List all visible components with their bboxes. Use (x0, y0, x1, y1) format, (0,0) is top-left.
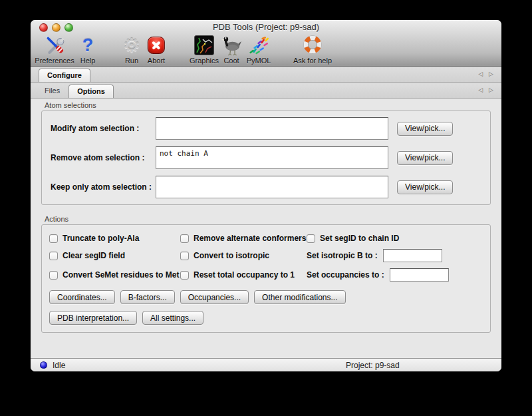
toolbar-button-pymol[interactable]: PyMOL (247, 34, 271, 65)
set-segid-to-chain-id-option: Set segID to chain ID (307, 234, 490, 243)
toolbar-button-graphics[interactable]: Graphics (190, 34, 219, 65)
configure-tab-strip: Configure ◁ ▷ (31, 67, 501, 83)
set-occupancies-input[interactable] (390, 268, 449, 282)
set-occupancies-label: Set occupancies to : (307, 270, 384, 280)
tab-scroll-arrows: ◁ ▷ (478, 83, 493, 98)
actions-group: Truncate to poly-Ala Remove alternate co… (41, 224, 491, 333)
set-occupancies-field-row: Set occupancies to : (307, 268, 490, 282)
toolbar-label: Run (123, 57, 140, 65)
tab-options[interactable]: Options (68, 85, 114, 98)
all-settings-button[interactable]: All settings... (142, 311, 203, 325)
truncate-poly-ala-checkbox[interactable] (49, 234, 58, 243)
actions-caption: Actions (45, 215, 491, 223)
tab-scroll-right-icon[interactable]: ▷ (489, 87, 493, 93)
view-pick-button[interactable]: View/pick... (397, 122, 453, 136)
reset-total-occupancy-checkbox[interactable] (180, 271, 189, 280)
tab-scroll-right-icon[interactable]: ▷ (489, 71, 493, 77)
pdb-interpretation-button[interactable]: PDB interpretation... (49, 311, 137, 325)
status-bar: Idle Project: p9-sad (31, 358, 501, 371)
tab-scroll-arrows: ◁ ▷ (478, 67, 493, 82)
remove-atom-selection-input[interactable]: not chain A (156, 146, 388, 169)
keep-only-atom-selection-label: Keep only atom selection : (51, 182, 156, 192)
atom-selections-caption: Atom selections (45, 101, 491, 109)
tab-configure[interactable]: Configure (39, 69, 90, 82)
modify-selection-row: Modify atom selection : View/pick... (51, 117, 490, 140)
toolbar-button-coot[interactable]: Coot (220, 34, 243, 65)
convert-semet-checkbox[interactable] (49, 271, 58, 280)
set-isotropic-b-label: Set isotropic B to : (307, 251, 378, 260)
occupancies-button[interactable]: Occupancies... (180, 290, 249, 304)
remove-alternate-conformers-option: Remove alternate conformers (180, 234, 307, 243)
modify-atom-selection-input[interactable] (156, 117, 388, 140)
remove-atom-selection-label: Remove atom selection : (51, 153, 156, 162)
toolbar-button-abort[interactable]: Abort (148, 34, 165, 65)
truncate-poly-ala-option: Truncate to poly-Ala (49, 234, 180, 243)
lifebuoy-icon (293, 34, 332, 56)
convert-to-isotropic-checkbox[interactable] (180, 252, 189, 260)
options-panel: Atom selections Modify atom selection : … (31, 99, 501, 358)
tab-scroll-left-icon[interactable]: ◁ (478, 87, 483, 93)
stop-x-icon (148, 34, 165, 56)
toolbar-label: Coot (220, 57, 243, 65)
set-isotropic-b-field-row: Set isotropic B to : (307, 249, 490, 262)
status-indicator-icon (40, 361, 47, 369)
coordinates-button[interactable]: Coordinates... (49, 290, 115, 304)
keep-only-selection-row: Keep only atom selection : View/pick... (51, 176, 490, 198)
rainbow-helix-icon (247, 34, 271, 56)
toolbar-button-preferences[interactable]: Preferences (35, 34, 74, 65)
molecule-graphics-icon (190, 34, 219, 56)
toolbar-button-run[interactable]: ⚙ Run (123, 34, 140, 65)
coot-bird-icon (220, 34, 243, 56)
reset-total-occupancy-option: Reset total occupancy to 1 (180, 270, 307, 280)
atom-selections-group: Modify atom selection : View/pick... Rem… (41, 110, 491, 205)
status-text: Idle (53, 361, 65, 370)
toolbar-label: Preferences (35, 57, 74, 65)
toolbar-label: PyMOL (247, 57, 271, 65)
files-options-tab-strip: Files Options ◁ ▷ (31, 83, 501, 99)
convert-to-isotropic-option: Convert to isotropic (180, 251, 307, 260)
actions-button-row-1: Coordinates... B-factors... Occupancies.… (49, 290, 490, 304)
clear-segid-field-option: Clear segID field (49, 251, 180, 260)
question-mark-icon: ? (80, 34, 96, 56)
tab-scroll-left-icon[interactable]: ◁ (478, 71, 483, 77)
convert-semet-option: Convert SeMet residues to Met (49, 270, 180, 280)
toolbar-button-help[interactable]: ? Help (80, 34, 96, 65)
clear-segid-field-checkbox[interactable] (49, 252, 58, 260)
window-title: PDB Tools (Project: p9-sad) (31, 22, 501, 32)
view-pick-button[interactable]: View/pick... (397, 180, 453, 194)
pdb-tools-window: PDB Tools (Project: p9-sad) (31, 20, 501, 371)
other-modifications-button[interactable]: Other modifications... (254, 290, 345, 304)
actions-grid: Truncate to poly-Ala Remove alternate co… (49, 234, 490, 282)
b-factors-button[interactable]: B-factors... (120, 290, 175, 304)
toolbar-button-ask-for-help[interactable]: Ask for help (293, 34, 332, 65)
remove-alternate-conformers-checkbox[interactable] (180, 234, 189, 243)
modify-atom-selection-label: Modify atom selection : (51, 124, 156, 133)
tab-files[interactable]: Files (39, 85, 66, 98)
window-header: PDB Tools (Project: p9-sad) (31, 20, 501, 67)
actions-button-row-2: PDB interpretation... All settings... (49, 311, 490, 325)
tools-icon (35, 34, 74, 56)
toolbar-label: Graphics (190, 57, 219, 65)
set-isotropic-b-input[interactable] (383, 249, 442, 262)
remove-selection-row: Remove atom selection : not chain A View… (51, 146, 490, 169)
screenshot-background: PDB Tools (Project: p9-sad) (0, 0, 532, 416)
toolbar-label: Help (80, 57, 96, 65)
toolbar-label: Abort (148, 57, 165, 65)
project-label: Project: p9-sad (346, 361, 400, 370)
gear-icon: ⚙ (123, 34, 140, 56)
view-pick-button[interactable]: View/pick... (397, 151, 453, 165)
keep-only-atom-selection-input[interactable] (156, 176, 388, 198)
toolbar-label: Ask for help (293, 57, 332, 65)
set-segid-to-chain-id-checkbox[interactable] (307, 234, 315, 243)
